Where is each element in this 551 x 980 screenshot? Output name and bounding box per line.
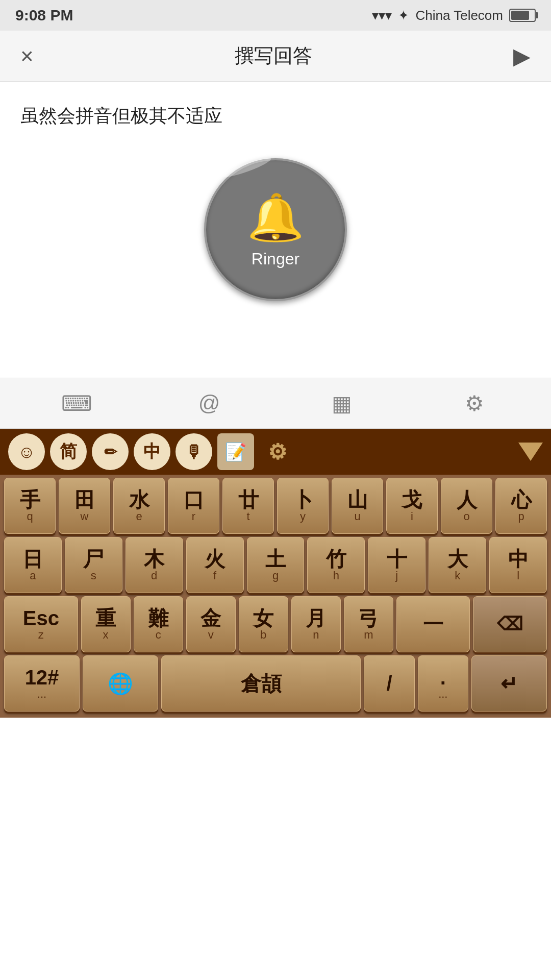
emoji-button[interactable]: ☺ <box>8 433 45 470</box>
key-z[interactable]: Escz <box>4 596 78 652</box>
key-main-label: . <box>440 667 446 688</box>
key-row-2: 日a尸s木d火f土g竹h十j大k中l <box>4 537 547 593</box>
compose-content[interactable]: 虽然会拼音但极其不适应 🔔 Ringer <box>0 82 551 378</box>
key-sub-label: k <box>455 570 460 581</box>
key-main-label: ⌫ <box>497 615 523 633</box>
key-s[interactable]: 尸s <box>65 537 122 593</box>
key-row-4: 12#...🌐倉頡/....↵ <box>4 655 547 712</box>
key-l[interactable]: 中l <box>489 537 547 593</box>
key-c[interactable]: 難c <box>134 596 183 652</box>
key-main-label: ↵ <box>500 673 518 694</box>
key-/[interactable]: / <box>364 655 414 712</box>
key-t[interactable]: 廿t <box>222 478 274 534</box>
key-sub-label: i <box>411 511 413 522</box>
key-main-label: 手 <box>20 489 40 510</box>
key-main-label: 重 <box>95 608 116 628</box>
key-k[interactable]: 大k <box>429 537 486 593</box>
key-a[interactable]: 日a <box>4 537 62 593</box>
wifi-icon: ▾▾▾ <box>372 8 392 23</box>
key-...[interactable]: 12#... <box>4 655 80 712</box>
key-h[interactable]: 竹h <box>307 537 365 593</box>
mention-button[interactable]: @ <box>189 383 230 424</box>
key-🌐[interactable]: 🌐 <box>83 655 158 712</box>
keyboard-hide-button[interactable] <box>518 443 543 461</box>
chinese-button[interactable]: 中 <box>134 433 170 470</box>
compose-header: × 撰写回答 ▶ <box>0 31 551 82</box>
ringer-circle[interactable]: 🔔 Ringer <box>204 158 347 301</box>
key-main-label: 女 <box>253 608 273 628</box>
input-toolbar: ⌨ @ ▦ ⚙ <box>0 378 551 429</box>
key-i[interactable]: 戈i <box>386 478 438 534</box>
key-main-label: Esc <box>23 608 59 628</box>
key-x[interactable]: 重x <box>81 596 131 652</box>
image-button[interactable]: ▦ <box>321 383 362 424</box>
mic-button[interactable]: 🎙 <box>176 433 212 470</box>
key-row-1: 手q田w水e口r廿t卜y山u戈i人o心p <box>4 478 547 534</box>
key-main-label: 難 <box>148 608 168 628</box>
key-main-label: 金 <box>201 608 221 628</box>
carrier-label: China Telecom <box>415 8 503 23</box>
key-sub-label: r <box>192 511 195 522</box>
key-sub-label: a <box>30 570 36 581</box>
key-sub-label: s <box>91 570 96 581</box>
key-f[interactable]: 火f <box>186 537 244 593</box>
at-icon: @ <box>198 391 220 415</box>
key-sub-label: z <box>38 629 44 641</box>
key-main-label: 人 <box>457 489 477 510</box>
pencil-button[interactable]: ✏ <box>92 433 129 470</box>
keyboard-settings-button[interactable]: ⚙ <box>259 433 296 470</box>
key-倉頡[interactable]: 倉頡 <box>161 655 361 712</box>
key-g[interactable]: 土g <box>247 537 305 593</box>
send-button[interactable]: ▶ <box>513 43 531 69</box>
key-main-label: 卜 <box>293 489 313 510</box>
key-p[interactable]: 心p <box>495 478 547 534</box>
key-n[interactable]: 月n <box>291 596 341 652</box>
key-b[interactable]: 女b <box>239 596 288 652</box>
key-r[interactable]: 口r <box>168 478 219 534</box>
key-main-label: 山 <box>347 489 368 510</box>
ringer-container: 🔔 Ringer <box>204 158 347 301</box>
key-q[interactable]: 手q <box>4 478 56 534</box>
key-↵[interactable]: ↵ <box>471 655 547 712</box>
key-sub-label: h <box>333 570 339 581</box>
simplified-button[interactable]: 简 <box>50 433 87 470</box>
key-main-label: 土 <box>265 549 286 569</box>
key-sub-label: q <box>27 511 33 522</box>
key-sub-label: u <box>354 511 360 522</box>
key-o[interactable]: 人o <box>441 478 492 534</box>
key-e[interactable]: 水e <box>113 478 165 534</box>
key-w[interactable]: 田w <box>59 478 110 534</box>
key-m[interactable]: 弓m <box>344 596 393 652</box>
battery-icon <box>509 9 536 22</box>
key-j[interactable]: 十j <box>368 537 425 593</box>
key-sub-label: n <box>313 629 319 641</box>
key-⌫[interactable]: ⌫ <box>473 596 547 652</box>
key-sub-label: y <box>300 511 306 522</box>
settings-button[interactable]: ⚙ <box>454 383 495 424</box>
key-main-label: 田 <box>74 489 95 510</box>
key-row-3: Escz重x難c金v女b月n弓m一⌫ <box>4 596 547 652</box>
key-sub-label: e <box>136 511 142 522</box>
close-button[interactable]: × <box>20 43 34 69</box>
keyboard-toggle-button[interactable]: ⌨ <box>56 383 97 424</box>
key-y[interactable]: 卜y <box>277 478 329 534</box>
key-sub-label: d <box>151 570 157 581</box>
key-main-label: 戈 <box>402 489 422 510</box>
status-bar: 9:08 PM ▾▾▾ ✦ China Telecom <box>0 0 551 31</box>
key-sub-label: ... <box>438 689 447 700</box>
key-u[interactable]: 山u <box>332 478 383 534</box>
key-d[interactable]: 木d <box>126 537 183 593</box>
key-sub-label: ... <box>37 689 46 700</box>
key-sub-label: o <box>463 511 469 522</box>
key-...[interactable]: .... <box>418 655 468 712</box>
key-sub-label: g <box>272 570 279 581</box>
key-main-label: / <box>386 673 392 694</box>
key-sub-label: f <box>213 570 216 581</box>
key-v[interactable]: 金v <box>186 596 236 652</box>
key-sub-label: v <box>208 629 214 641</box>
key-一[interactable]: 一 <box>396 596 470 652</box>
notepad-button[interactable]: 📝 <box>217 433 254 470</box>
kb-toolbar-left: ☺ 简 ✏ 中 🎙 📝 ⚙ <box>8 433 296 470</box>
key-sub-label: l <box>517 570 519 581</box>
key-sub-label: t <box>246 511 249 522</box>
